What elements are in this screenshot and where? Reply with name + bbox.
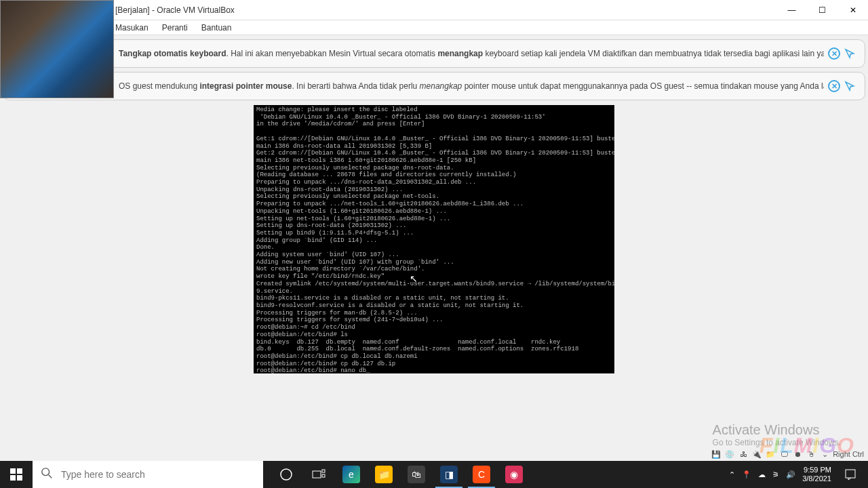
tray-location-icon[interactable]: 📍	[742, 470, 751, 479]
menu-peranti[interactable]: Peranti	[162, 23, 188, 33]
menu-masukan[interactable]: Masukan	[115, 23, 149, 33]
search-icon	[41, 467, 53, 482]
tray-chevron-up-icon[interactable]: ⌃	[729, 470, 735, 479]
filmigo-watermark: FILMIGO	[760, 433, 854, 458]
tray-volume-icon[interactable]: 🔊	[786, 470, 795, 479]
close-button[interactable]: ✕	[837, 0, 868, 20]
svg-point-6	[281, 469, 292, 480]
taskbar-search[interactable]	[33, 461, 263, 488]
minimize-button[interactable]: —	[776, 0, 807, 20]
info-pointer-icon	[843, 47, 856, 60]
vm-terminal[interactable]: Media change: please insert the disc lab…	[254, 105, 614, 373]
info-dismiss-icon[interactable]: ✕	[828, 47, 840, 60]
camtasia-app[interactable]: C	[465, 461, 498, 488]
start-button[interactable]	[0, 461, 33, 488]
menu-bar: Masukan Peranti Bantuan	[0, 20, 868, 35]
store-app[interactable]: 🛍	[400, 461, 433, 488]
info-pointer-icon	[843, 79, 856, 93]
webcam-overlay	[0, 0, 114, 98]
info-bar-mouse: OS guest mendukung integrasi pointer mou…	[3, 72, 865, 100]
action-center-button[interactable]	[838, 461, 863, 488]
svg-line-5	[49, 475, 52, 479]
windows-taskbar: e 📁 🛍 ◨ C ◉ ⌃ 📍 ☁ ⚞ 🔊 9:59 PM 3/8/2021	[0, 461, 868, 488]
svg-rect-1	[17, 468, 22, 474]
svg-rect-3	[17, 475, 22, 481]
taskview-button[interactable]	[302, 461, 335, 488]
tray-time: 9:59 PM	[802, 466, 831, 474]
svg-rect-2	[10, 475, 16, 481]
info-text: OS guest mendukung integrasi pointer mou…	[119, 81, 824, 92]
cortana-button[interactable]	[270, 461, 302, 488]
tray-clock[interactable]: 9:59 PM 3/8/2021	[802, 466, 831, 483]
vb-network-icon: 🖧	[738, 449, 749, 460]
recorder-app[interactable]: ◉	[498, 461, 530, 488]
window-controls: — ☐ ✕	[776, 0, 868, 20]
menu-bantuan[interactable]: Bantuan	[201, 23, 232, 33]
info-text: Tangkap otomatis keyboard. Hal ini akan …	[119, 48, 824, 60]
tray-onedrive-icon[interactable]: ☁	[758, 470, 766, 479]
virtualbox-app[interactable]: ◨	[433, 461, 465, 488]
svg-rect-9	[322, 474, 325, 477]
edge-app[interactable]: e	[335, 461, 368, 488]
window-title: [Berjalan] - Oracle VM VirtualBox	[115, 5, 776, 15]
explorer-app[interactable]: 📁	[368, 461, 400, 488]
svg-rect-10	[846, 470, 855, 478]
vb-hdd-icon: 💾	[711, 449, 722, 460]
maximize-button[interactable]: ☐	[807, 0, 837, 20]
info-dismiss-icon[interactable]: ✕	[828, 80, 840, 92]
system-tray: ⌃ 📍 ☁ ⚞ 🔊 9:59 PM 3/8/2021	[729, 461, 868, 488]
svg-rect-0	[10, 468, 16, 474]
svg-point-4	[42, 468, 50, 476]
info-bar-keyboard: Tangkap otomatis keyboard. Hal ini akan …	[3, 39, 865, 68]
svg-rect-8	[322, 470, 325, 472]
info-bold: Tangkap otomatis keyboard	[119, 49, 226, 58]
window-title-bar: [Berjalan] - Oracle VM VirtualBox — ☐ ✕	[0, 0, 868, 20]
svg-rect-7	[313, 471, 321, 478]
tray-wifi-icon[interactable]: ⚞	[772, 470, 779, 479]
search-input[interactable]	[61, 469, 255, 480]
tray-date: 3/8/2021	[802, 474, 831, 483]
vb-disc-icon: 💿	[724, 449, 735, 460]
